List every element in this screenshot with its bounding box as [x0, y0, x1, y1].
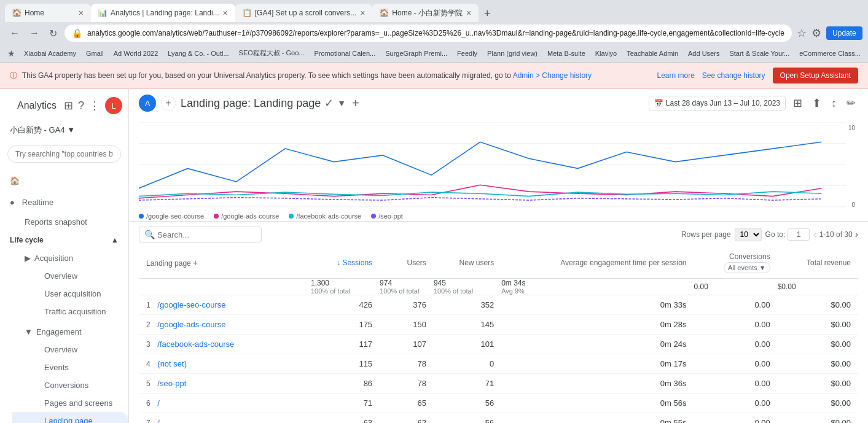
tab-analytics[interactable]: 📊 Analytics | Landing page: Landi... × — [91, 4, 235, 22]
col-header-new-users[interactable]: New users — [434, 247, 501, 279]
sidebar-item-landing-page[interactable]: Landing page — [12, 412, 128, 423]
date-range-picker[interactable]: 📅 Last 28 days Jun 13 – Jul 10, 2023 — [649, 96, 786, 111]
more-options-icon[interactable]: ⋮ — [89, 99, 100, 112]
landing-page-link[interactable]: /seo-ppt — [157, 379, 186, 388]
back-button[interactable]: ← — [7, 25, 22, 41]
landing-page-link[interactable]: /google-seo-course — [157, 300, 225, 309]
warning-icon: ⓘ — [10, 71, 17, 81]
all-events-dropdown[interactable]: All events ▼ — [724, 262, 770, 273]
cell-sessions: 426 — [311, 295, 380, 315]
landing-page-link[interactable]: / — [157, 418, 160, 423]
edit-icon[interactable]: ✏ — [844, 94, 858, 112]
sidebar-item-user-acquisition[interactable]: User acquisition — [12, 285, 128, 303]
sidebar-item-conversions[interactable]: Conversions — [12, 376, 128, 394]
bookmark-seo[interactable]: SEO程程大叔 - Goo... — [235, 47, 308, 59]
tab-home[interactable]: 🏠 Home × — [5, 4, 91, 22]
engagement-expand-icon: ▼ — [25, 327, 33, 336]
cell-landing-page: 4 (not set) — [139, 354, 311, 374]
sidebar-section-lifecycle[interactable]: Life cycle ▲ — [0, 231, 128, 247]
property-selector[interactable]: 小白新势 - GA4 ▼ — [0, 122, 128, 141]
profile-icon[interactable]: ⚙ — [811, 26, 821, 40]
tab-close-home[interactable]: × — [79, 8, 84, 18]
bookmark-gmail[interactable]: Gmail — [82, 49, 108, 58]
sidebar-item-engagement[interactable]: ▼ Engagement — [12, 323, 128, 341]
sidebar-item-home[interactable]: 🏠 — [0, 170, 128, 192]
learn-more-link[interactable]: Learn more — [657, 71, 694, 80]
bookmark-xiaobai[interactable]: Xiaobai Academy — [20, 49, 80, 58]
bookmark-teachable[interactable]: Teachable Admin — [623, 49, 682, 58]
sidebar-item-overview-acq[interactable]: Overview — [12, 267, 128, 285]
col-header-conversions[interactable]: Conversions All events ▼ — [694, 247, 778, 279]
update-button[interactable]: Update — [826, 26, 862, 40]
bookmark-surge[interactable]: SurgeGraph Premi... — [381, 49, 451, 58]
bookmark-plann[interactable]: Plann (grid view) — [483, 49, 541, 58]
change-history-link[interactable]: Admin > Change history — [513, 71, 592, 80]
sidebar-search-area — [0, 141, 128, 168]
cell-sessions: 115 — [311, 354, 380, 374]
prev-page-button[interactable]: ‹ — [813, 229, 816, 240]
bookmark-klaviyo[interactable]: Klaviyo — [592, 49, 620, 58]
col-header-sessions[interactable]: ↓ Sessions — [311, 247, 380, 279]
tab-close-analytics[interactable]: × — [223, 8, 228, 18]
grid-icon[interactable]: ⊞ — [64, 99, 73, 112]
rows-per-page-select[interactable]: 10 25 50 — [735, 228, 762, 241]
next-page-button[interactable]: › — [855, 229, 858, 240]
app-layout: Analytics ⊞ ? ⋮ L 小白新势 - GA4 ▼ 🏠 ● Realt… — [0, 89, 868, 423]
bookmark-feedly[interactable]: Feedly — [453, 49, 481, 58]
col-header-landing-page[interactable]: Landing page + — [139, 247, 311, 279]
sidebar-item-realtime[interactable]: ● Realtime — [0, 192, 128, 213]
sidebar-item-acquisition[interactable]: ▶ Acquisition — [12, 249, 128, 267]
bookmark-startscale[interactable]: Start & Scale Your... — [725, 49, 793, 58]
landing-page-link[interactable]: /facebook-ads-course — [157, 340, 234, 349]
add-dimension-button[interactable]: + — [193, 258, 198, 268]
add-comparison-button[interactable]: + — [161, 96, 176, 111]
legend-label-google-ads: /google-ads-course — [221, 212, 279, 220]
sidebar-item-traffic-acquisition[interactable]: Traffic acquisition — [12, 303, 128, 320]
sidebar-search-input[interactable] — [7, 146, 121, 163]
tab-close-xiaobai[interactable]: × — [466, 8, 471, 18]
help-icon[interactable]: ? — [78, 99, 84, 112]
bookmark-promo[interactable]: Promotional Calen... — [311, 49, 380, 58]
sidebar-item-events[interactable]: Events — [12, 359, 128, 376]
landing-page-link[interactable]: /google-ads-course — [157, 320, 225, 329]
goto-input[interactable] — [788, 228, 810, 241]
address-bar[interactable]: 🔒 analytics.google.com/analytics/web/?au… — [65, 25, 792, 42]
bookmark-meta[interactable]: Meta B-suite — [544, 49, 589, 58]
landing-page-link[interactable]: / — [157, 398, 160, 408]
bookmark-addusers[interactable]: Add Users — [684, 49, 723, 58]
report-verified-icon[interactable]: ✓ — [324, 96, 334, 110]
legend-item-facebook-ads[interactable]: /facebook-ads-course — [289, 212, 361, 220]
legend-item-seo-ppt[interactable]: /seo-ppt — [371, 212, 403, 220]
compare-icon[interactable]: ↕ — [829, 95, 839, 112]
legend-item-google-ads[interactable]: /google-ads-course — [214, 212, 279, 220]
new-tab-button[interactable]: + — [479, 5, 496, 22]
legend-item-google-seo[interactable]: /google-seo-course — [139, 212, 204, 220]
bookmark-lyang[interactable]: Lyang & Co. - Outl... — [164, 49, 232, 58]
refresh-button[interactable]: ↻ — [47, 25, 60, 42]
tab-favicon-xiaobai: 🏠 — [380, 9, 388, 17]
tab-ga4[interactable]: 📋 [GA4] Set up a scroll convers... × — [235, 4, 373, 22]
forward-button[interactable]: → — [27, 25, 42, 41]
cell-avg-engagement: 0m 17s — [501, 354, 694, 374]
sidebar-item-pages-screens[interactable]: Pages and screens — [12, 394, 128, 412]
extensions-icon[interactable]: ☆ — [797, 26, 807, 40]
col-header-users[interactable]: Users — [380, 247, 434, 279]
see-changes-link[interactable]: See change history — [702, 71, 765, 80]
report-dropdown-icon[interactable]: ▼ — [337, 98, 346, 108]
col-header-avg-engagement[interactable]: Average engagement time per session — [501, 247, 694, 279]
tab-close-ga4[interactable]: × — [360, 8, 365, 18]
landing-page-link[interactable]: (not set) — [157, 359, 187, 368]
tab-xiaobai[interactable]: 🏠 Home - 小白新势学院 × — [372, 4, 479, 22]
sidebar-item-reports-snapshot[interactable]: Reports snapshot — [0, 213, 128, 231]
col-header-revenue[interactable]: Total revenue — [778, 247, 858, 279]
bookmark-ecommerce[interactable]: eCommerce Class... — [796, 49, 864, 58]
table-search-input[interactable] — [157, 230, 256, 239]
table-view-icon[interactable]: ⊞ — [791, 94, 805, 112]
share-icon[interactable]: ⬆ — [810, 94, 824, 112]
user-avatar[interactable]: L — [105, 97, 122, 114]
cell-avg-engagement: 0m 28s — [501, 315, 694, 335]
add-report-button[interactable]: + — [352, 96, 359, 111]
bookmark-adworld[interactable]: Ad World 2022 — [110, 49, 162, 58]
sidebar-item-overview-eng[interactable]: Overview — [12, 341, 128, 359]
setup-assistant-button[interactable]: Open Setup Assistant — [773, 68, 858, 83]
